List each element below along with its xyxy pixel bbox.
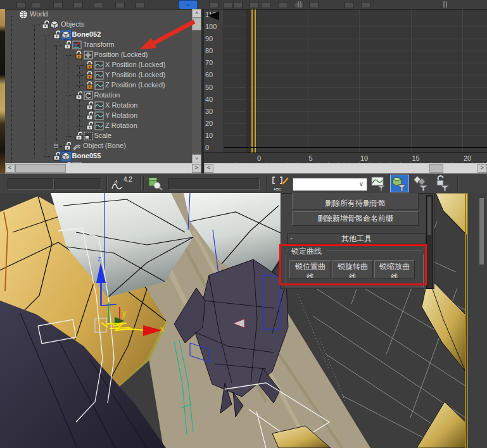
- curve-editor-graph[interactable]: 1101009080706050403020100 05101520: [204, 9, 487, 164]
- toolbar-button[interactable]: [16, 2, 26, 8]
- lock-closed-icon[interactable]: [85, 61, 93, 70]
- lock-open-icon[interactable]: [85, 101, 93, 110]
- scroll-left-icon[interactable]: <: [5, 164, 15, 173]
- transform-icon: [72, 40, 82, 49]
- bone-icon: [72, 142, 82, 151]
- scroll-right-icon[interactable]: >: [478, 164, 487, 173]
- zoom-selected-object-icon[interactable]: [147, 175, 163, 192]
- key-time-field[interactable]: [8, 178, 54, 190]
- panel-scrollbar[interactable]: [426, 195, 433, 289]
- toolbar-button[interactable]: [73, 2, 83, 8]
- command-panel-column: [467, 193, 487, 448]
- toolbar-button[interactable]: [136, 2, 145, 8]
- lock-open-icon[interactable]: [75, 91, 82, 100]
- lock-open-icon[interactable]: [85, 111, 93, 120]
- graph-horizontal-scrollbar[interactable]: < >: [204, 163, 487, 173]
- tree-item-x-rotation[interactable]: X Rotation: [5, 101, 192, 111]
- time-ruler[interactable]: 05101520: [204, 152, 487, 164]
- filter-keys-icon[interactable]: [413, 175, 429, 192]
- collapse-icon[interactable]: -: [290, 234, 293, 244]
- time-slider-line[interactable]: [251, 9, 253, 164]
- lock-closed-icon[interactable]: [85, 81, 93, 90]
- toolbar-grip[interactable]: [443, 1, 445, 8]
- annotation-arrow-icon: [123, 18, 203, 59]
- y-axis-tick: 50: [205, 84, 223, 91]
- filter-objects-icon[interactable]: [391, 175, 408, 192]
- tree-item-z-rotation[interactable]: Z Rotation: [5, 121, 192, 131]
- time-tick-label: 15: [412, 154, 420, 162]
- filter-curves-icon[interactable]: [371, 175, 388, 192]
- svg-text:ABC: ABC: [274, 187, 282, 191]
- toolbar-button[interactable]: [345, 2, 354, 8]
- delete-prefix-button[interactable]: 删除新增骨骼命名前缀: [292, 211, 419, 226]
- value-marker-icon: [206, 11, 220, 21]
- key-value-field[interactable]: [54, 178, 101, 190]
- tree-item-object-bone-[interactable]: ⊕Object (Bone): [5, 141, 192, 151]
- command-panel-scrollbar[interactable]: [479, 198, 484, 264]
- toolbar-grip[interactable]: [446, 1, 447, 8]
- y-axis-tick: 40: [205, 96, 223, 103]
- tree-item-scale[interactable]: Scale: [5, 131, 192, 141]
- toolbar-button[interactable]: [250, 2, 259, 8]
- toolbar-grip[interactable]: [300, 1, 301, 8]
- scroll-up-icon[interactable]: ˄: [192, 9, 201, 18]
- toolbar-button[interactable]: [209, 2, 218, 8]
- lock-closed-icon[interactable]: [75, 51, 82, 59]
- delete-marked-bones-button[interactable]: 删除所有待删骨骼: [292, 193, 419, 209]
- scroll-down-icon[interactable]: ˅: [192, 154, 201, 163]
- toolbar-button[interactable]: [94, 2, 103, 8]
- toolbar-button[interactable]: [261, 2, 270, 8]
- tree-item-bone055[interactable]: Bone055: [5, 151, 192, 161]
- cube-icon: [50, 20, 60, 29]
- track-set-name-field[interactable]: [168, 178, 260, 190]
- 3dsmax-trackview-window: ⌄ WorldObjectsBone052TransformPosition (…: [0, 0, 487, 448]
- filter-locks-icon[interactable]: [434, 175, 451, 192]
- track-set-combobox[interactable]: ∨: [293, 178, 367, 191]
- time-slider-line[interactable]: [255, 9, 256, 164]
- tree-item-y-rotation[interactable]: Y Rotation: [5, 111, 192, 121]
- lock-open-icon[interactable]: [53, 152, 60, 161]
- show-selected-key-stats-icon[interactable]: 4.2: [111, 177, 136, 192]
- toolbar-button[interactable]: [32, 2, 41, 8]
- tree-item-y-position-locked-[interactable]: Y Position (Locked): [5, 70, 192, 80]
- lock-open-icon[interactable]: [63, 40, 71, 49]
- gizmo-x-label: x: [160, 325, 164, 333]
- toolbar-button[interactable]: [115, 2, 125, 8]
- curve-icon: [94, 121, 104, 130]
- toolbar-button[interactable]: [223, 2, 232, 8]
- tree-hscroll-thumb[interactable]: [15, 164, 66, 173]
- active-toolbar-button[interactable]: ⌄: [179, 0, 198, 9]
- curve-icon: [94, 111, 104, 120]
- rollout-other-tools[interactable]: - 其他工具: [287, 233, 426, 244]
- chevron-down-icon[interactable]: ∨: [357, 180, 365, 188]
- scroll-right-icon[interactable]: >: [192, 164, 201, 173]
- gizmo-y-label: y: [122, 309, 126, 318]
- annotation-red-box: [279, 244, 427, 285]
- edit-track-set-icon[interactable]: ABC: [272, 175, 289, 192]
- tree-item-x-position-locked-[interactable]: X Position (Locked): [5, 60, 192, 70]
- expand-icon[interactable]: ⊕: [53, 143, 60, 150]
- graph-hscroll-thumb[interactable]: [429, 164, 443, 173]
- tree-item-z-position-locked-[interactable]: Z Position (Locked): [5, 80, 192, 90]
- y-axis-tick: 80: [205, 47, 223, 54]
- lock-open-icon[interactable]: [75, 132, 82, 140]
- lock-open-icon[interactable]: [63, 142, 71, 151]
- cube-icon: [61, 30, 71, 39]
- scroll-left-icon[interactable]: <: [204, 164, 213, 173]
- curve-icon: [94, 81, 104, 90]
- toolbar-button[interactable]: [309, 2, 319, 8]
- lock-open-icon[interactable]: [53, 30, 60, 39]
- toolbar-button[interactable]: [361, 2, 370, 8]
- lock-closed-icon[interactable]: [85, 71, 93, 80]
- tree-item-rotation[interactable]: Rotation: [5, 90, 192, 101]
- toolbar-grip[interactable]: [298, 1, 299, 8]
- time-tick-label: 5: [309, 154, 313, 162]
- toolbar-button[interactable]: [53, 2, 63, 8]
- tree-horizontal-scrollbar[interactable]: < >: [5, 163, 201, 173]
- toolbar-button[interactable]: [233, 2, 243, 8]
- y-axis-tick: 90: [205, 35, 223, 42]
- lock-open-icon[interactable]: [41, 20, 49, 29]
- toolbar-button[interactable]: [279, 2, 288, 8]
- current-frame-band: [246, 9, 251, 152]
- lock-open-icon[interactable]: [85, 121, 93, 130]
